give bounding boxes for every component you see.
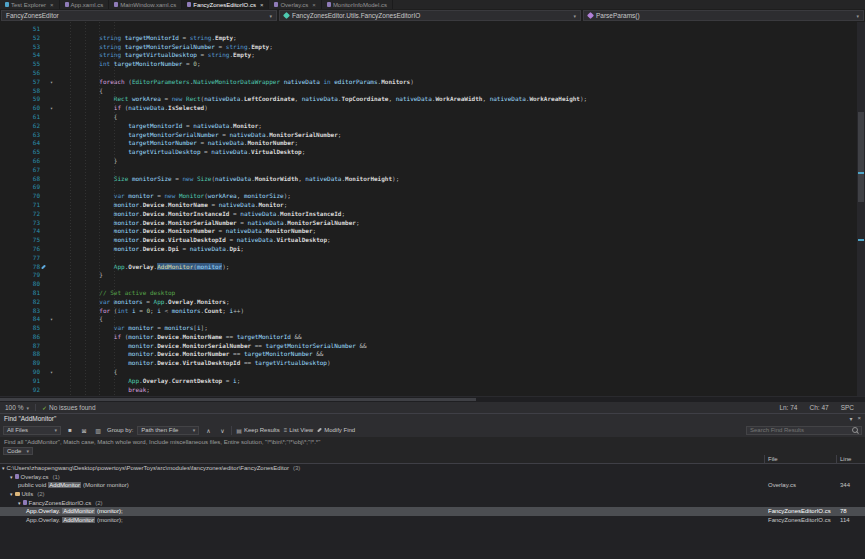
- tab-test-explorer[interactable]: Test Explorer×: [0, 0, 60, 9]
- expand-arrow-icon[interactable]: ▾: [18, 500, 21, 506]
- search-find-results-box[interactable]: [746, 426, 862, 435]
- close-tab-icon[interactable]: ×: [50, 2, 54, 8]
- fold-collapse-icon[interactable]: ▾: [47, 315, 56, 324]
- code-line-59[interactable]: 59 Rect workArea = new Rect(nativeData.L…: [0, 95, 865, 104]
- health-indicator[interactable]: ✓ No issues found: [42, 404, 96, 411]
- code-line-63[interactable]: 63 targetMonitorSerialNumber = nativeDat…: [0, 131, 865, 140]
- fold-collapse-icon[interactable]: ▾: [47, 104, 56, 113]
- code-line-82[interactable]: 82 var monitors = App.Overlay.Monitors;: [0, 298, 865, 307]
- code-line-80[interactable]: 80: [0, 280, 865, 289]
- close-tab-icon[interactable]: ×: [312, 2, 316, 8]
- type-dropdown[interactable]: FancyZonesEditor.Utils.FancyZonesEditorI…: [279, 10, 581, 21]
- code-line-81[interactable]: 81 // Set active desktop: [0, 289, 865, 298]
- clear-results-icon[interactable]: ⊠: [79, 425, 89, 435]
- space-mode-indicator[interactable]: SPC: [841, 404, 854, 411]
- tab-monitorinfomodel-cs[interactable]: MonitorInfoModel.cs: [322, 0, 393, 9]
- copy-results-icon[interactable]: ▥: [93, 425, 103, 435]
- tab-app-xaml-cs[interactable]: App.xaml.cs: [60, 0, 110, 9]
- code-line-88[interactable]: 88 monitor.Device.MonitorNumber == targe…: [0, 350, 865, 359]
- member-dropdown[interactable]: ParseParams() ▾: [583, 10, 864, 21]
- code-line-68[interactable]: 68 Size monitorSize = new Size(nativeDat…: [0, 175, 865, 184]
- expand-arrow-icon[interactable]: ▾: [10, 474, 13, 480]
- code-line-79[interactable]: 79 }: [0, 271, 865, 280]
- expand-all-icon[interactable]: ∨: [217, 425, 227, 435]
- code-line-67[interactable]: 67: [0, 166, 865, 175]
- code-line-85[interactable]: 85 var monitor = monitors[i];: [0, 324, 865, 333]
- column-header-line[interactable]: Line: [837, 455, 865, 463]
- code-line-74[interactable]: 74 monitor.Device.MonitorNumber = native…: [0, 227, 865, 236]
- tab-overlay-cs[interactable]: Overlay.cs×: [269, 0, 321, 9]
- column-header-file[interactable]: File: [765, 455, 837, 463]
- code-line-60[interactable]: 60▾ if (nativeData.IsSelected): [0, 104, 865, 113]
- list-view-toggle[interactable]: ≡ List View: [284, 427, 313, 433]
- code-line-86[interactable]: 86 if (monitor.Device.MonitorName == tar…: [0, 333, 865, 342]
- vertical-scrollbar[interactable]: [857, 22, 865, 396]
- code-line-51[interactable]: 51: [0, 25, 865, 34]
- find-result-group-row[interactable]: ▾Overlay.cs(1): [0, 473, 865, 482]
- code-line-69[interactable]: 69: [0, 183, 865, 192]
- code-line-84[interactable]: 84▾ {: [0, 315, 865, 324]
- close-tab-icon[interactable]: ×: [260, 2, 264, 8]
- code-line-89[interactable]: 89 monitor.Device.VirtualDesktopId == ta…: [0, 359, 865, 368]
- tab-mainwindow-xaml-cs[interactable]: MainWindow.xaml.cs: [109, 0, 182, 9]
- code-line-91[interactable]: 91 App.Overlay.CurrentDesktop = i;: [0, 377, 865, 386]
- code-line-87[interactable]: 87 monitor.Device.MonitorSerialNumber ==…: [0, 342, 865, 351]
- code-line-71[interactable]: 71 monitor.Device.MonitorName = nativeDa…: [0, 201, 865, 210]
- find-result-group-row[interactable]: ▾FancyZonesEditorIO.cs(2): [0, 498, 865, 507]
- find-result-match-row[interactable]: App.Overlay.AddMonitor(monitor);FancyZon…: [0, 507, 865, 516]
- code-line-55[interactable]: 55 int targetMonitorNumber = 0;: [0, 60, 865, 69]
- code-editor[interactable]: 5152 string targetMonitorId = string.Emp…: [0, 22, 865, 396]
- scope-dropdown[interactable]: All Files ▾: [3, 426, 61, 435]
- group-by-dropdown[interactable]: Path then File ▾: [137, 426, 199, 435]
- fold-collapse-icon[interactable]: ▾: [47, 368, 56, 377]
- code-line-72[interactable]: 72 monitor.Device.MonitorInstanceId = na…: [0, 210, 865, 219]
- type-dropdown-label: FancyZonesEditor.Utils.FancyZonesEditorI…: [292, 12, 420, 19]
- code-line-62[interactable]: 62 targetMonitorId = nativeData.Monitor;: [0, 122, 865, 131]
- fold-collapse-icon[interactable]: ▾: [47, 78, 56, 87]
- vertical-scrollbar-thumb[interactable]: [858, 112, 864, 202]
- expand-arrow-icon[interactable]: ▾: [2, 465, 5, 471]
- code-line-56[interactable]: 56: [0, 69, 865, 78]
- code-line-92[interactable]: 92 break;: [0, 386, 865, 395]
- zoom-control[interactable]: 100 % ▾: [5, 404, 29, 411]
- tab-fancyzoneseditorio-cs[interactable]: FancyZonesEditorIO.cs×: [182, 0, 269, 9]
- code-line-90[interactable]: 90▾ {: [0, 368, 865, 377]
- find-result-match-row[interactable]: App.Overlay.AddMonitor(monitor);FancyZon…: [0, 516, 865, 525]
- code-text: targetMonitorNumber = nativeData.Monitor…: [56, 139, 865, 148]
- code-line-53[interactable]: 53 string targetMonitorSerialNumber = st…: [0, 43, 865, 52]
- window-position-icon[interactable]: ▾: [849, 415, 852, 422]
- horizontal-scrollbar[interactable]: [0, 396, 865, 402]
- collapse-all-icon[interactable]: ∧: [203, 425, 213, 435]
- project-dropdown[interactable]: FancyZonesEditor ▾: [1, 10, 277, 21]
- modify-find-button[interactable]: Modify Find: [317, 427, 355, 433]
- search-find-results-input[interactable]: [750, 427, 849, 433]
- keep-results-toggle[interactable]: ▤ Keep Results: [236, 427, 279, 434]
- expand-arrow-icon[interactable]: ▾: [10, 491, 13, 497]
- code-line-78[interactable]: 78 App.Overlay.AddMonitor(monitor);: [0, 263, 865, 272]
- keep-results-icon: ▤: [236, 427, 242, 434]
- code-line-58[interactable]: 58 {: [0, 87, 865, 96]
- close-icon[interactable]: ×: [857, 415, 861, 422]
- column-header-name[interactable]: [0, 455, 765, 463]
- results-view-dropdown[interactable]: Code ▾: [3, 447, 33, 455]
- horizontal-scrollbar-thumb[interactable]: [0, 398, 476, 401]
- code-line-64[interactable]: 64 targetMonitorNumber = nativeData.Moni…: [0, 139, 865, 148]
- code-line-61[interactable]: 61 {: [0, 113, 865, 122]
- code-line-70[interactable]: 70 var monitor = new Monitor(workArea, m…: [0, 192, 865, 201]
- code-line-83[interactable]: 83 for (int i = 0; i < monitors.Count; i…: [0, 307, 865, 316]
- find-result-group-row[interactable]: ▾Utils(2): [0, 490, 865, 499]
- code-line-54[interactable]: 54 string targetVirtualDesktop = string.…: [0, 51, 865, 60]
- code-line-52[interactable]: 52 string targetMonitorId = string.Empty…: [0, 34, 865, 43]
- code-text: targetVirtualDesktop = nativeData.Virtua…: [56, 148, 865, 157]
- find-results-header[interactable]: Find "AddMonitor" ▾ ×: [0, 414, 865, 423]
- find-result-match-row[interactable]: public void AddMonitor(Monitor monitor)O…: [0, 481, 865, 490]
- stop-search-icon[interactable]: ■: [65, 425, 75, 435]
- code-line-77[interactable]: 77: [0, 254, 865, 263]
- code-line-75[interactable]: 75 monitor.Device.VirtualDesktopId = nat…: [0, 236, 865, 245]
- code-line-66[interactable]: 66 }: [0, 157, 865, 166]
- code-line-65[interactable]: 65 targetVirtualDesktop = nativeData.Vir…: [0, 148, 865, 157]
- code-line-73[interactable]: 73 monitor.Device.MonitorSerialNumber = …: [0, 219, 865, 228]
- code-line-76[interactable]: 76 monitor.Device.Dpi = nativeData.Dpi;: [0, 245, 865, 254]
- code-line-57[interactable]: 57▾ foreach (EditorParameters.NativeMoni…: [0, 78, 865, 87]
- find-result-group-row[interactable]: ▾C:\Users\zhaopengwang\Desktop\powertoys…: [0, 464, 865, 473]
